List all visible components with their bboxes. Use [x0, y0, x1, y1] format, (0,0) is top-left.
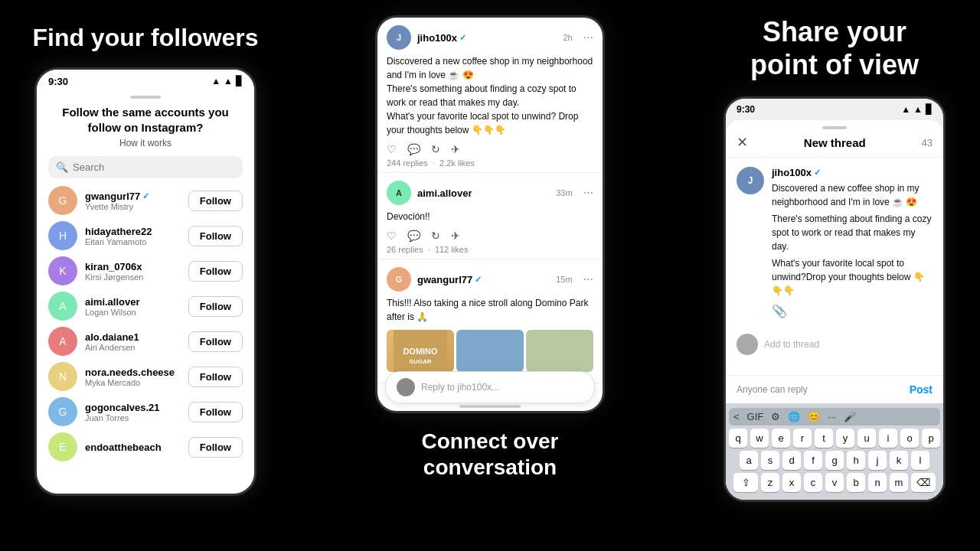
user-handle-2: kiran_0706x — [85, 261, 181, 272]
drag-indicator — [130, 96, 161, 99]
key-d[interactable]: d — [782, 451, 801, 470]
wifi-icon: ▲ — [211, 76, 220, 86]
user-list-item: A alo.daiane1 Airi Andersen Follow — [48, 327, 243, 356]
key-z[interactable]: z — [761, 473, 779, 492]
sheet-avatar: J — [737, 167, 764, 194]
anyone-can-reply: Anyone can reply — [737, 384, 808, 395]
user-info-7: endoatthebeach — [85, 442, 181, 453]
battery-icon: ▊ — [236, 76, 243, 86]
kb-mic-icon[interactable]: 🎤 — [844, 411, 856, 422]
user-avatar-6: G — [48, 397, 77, 426]
add-to-thread-text[interactable]: Add to thread — [764, 339, 819, 350]
post-image-1: DOMINO SUGAR — [387, 330, 454, 372]
repost-icon-2[interactable]: ↻ — [431, 230, 440, 242]
right-panel: Share your point of view 9:30 ▲ ▲ ▊ ✕ Ne… — [689, 0, 980, 551]
user-list-item: N nora.needs.cheese Myka Mercado Follow — [48, 362, 243, 391]
domino-img: DOMINO SUGAR — [387, 330, 454, 372]
like-icon-2[interactable]: ♡ — [387, 230, 397, 242]
close-icon[interactable]: ✕ — [737, 134, 748, 151]
key-m[interactable]: m — [890, 473, 908, 492]
key-w[interactable]: w — [750, 429, 769, 448]
key-j[interactable]: j — [868, 451, 887, 470]
post-button[interactable]: Post — [910, 383, 933, 396]
follow-button-4[interactable]: Follow — [188, 331, 243, 352]
comment-icon[interactable]: 💬 — [407, 143, 420, 155]
key-a[interactable]: a — [740, 451, 758, 470]
kb-gif[interactable]: GIF — [747, 411, 764, 422]
key-o[interactable]: o — [900, 429, 919, 448]
key-h[interactable]: h — [847, 451, 865, 470]
key-k[interactable]: k — [890, 451, 908, 470]
follow-button-6[interactable]: Follow — [188, 402, 243, 422]
verified-badge: ✓ — [142, 191, 149, 201]
key-p[interactable]: p — [922, 429, 940, 448]
user-handle-0: gwangurl77 ✓ — [85, 191, 181, 202]
share-icon[interactable]: ✈ — [451, 143, 460, 155]
key-f[interactable]: f — [804, 451, 822, 470]
kb-translate-icon[interactable]: 🌐 — [788, 411, 800, 422]
follow-button-3[interactable]: Follow — [188, 296, 243, 317]
post-2-user-info: aimi.allover — [417, 187, 550, 199]
like-icon[interactable]: ♡ — [387, 143, 397, 155]
key-g[interactable]: g — [825, 451, 844, 470]
key-n[interactable]: n — [868, 473, 887, 492]
kb-more-icon[interactable]: ··· — [828, 411, 836, 422]
follow-button-2[interactable]: Follow — [188, 261, 243, 282]
attach-icon[interactable]: 📎 — [772, 304, 933, 318]
key-s[interactable]: s — [761, 451, 779, 470]
post-1-avatar: J — [387, 25, 411, 50]
left-status-bar: 9:30 ▲ ▲ ▊ — [37, 70, 254, 93]
post-3-time: 15m — [556, 275, 572, 284]
post-1-username: jiho100x ✓ — [417, 32, 557, 44]
post-1-stats: 244 replies · 2.2k likes — [387, 158, 593, 168]
post-3-images: DOMINO SUGAR — [387, 330, 593, 372]
key-u[interactable]: u — [858, 429, 876, 448]
post-2-text: Devoción!! — [387, 210, 593, 223]
kb-back-icon[interactable]: < — [733, 411, 740, 422]
user-avatar-1: H — [48, 221, 77, 250]
follow-button-0[interactable]: Follow — [188, 191, 243, 211]
key-e[interactable]: e — [772, 429, 790, 448]
key-l[interactable]: l — [911, 451, 929, 470]
key-c[interactable]: c — [804, 473, 822, 492]
kb-settings-icon[interactable]: ⚙ — [771, 411, 780, 422]
left-panel: Find your followers 9:30 ▲ ▲ ▊ Follow th… — [0, 0, 291, 551]
post-1-more[interactable]: ··· — [583, 31, 593, 44]
key-i[interactable]: i — [879, 429, 897, 448]
right-signal-icon: ▲ — [913, 104, 923, 115]
user-handle-7: endoatthebeach — [85, 442, 181, 453]
comment-icon-2[interactable]: 💬 — [407, 230, 420, 242]
user-realname-5: Myka Mercado — [85, 378, 181, 387]
user-realname-6: Juan Torres — [85, 413, 181, 422]
key-y[interactable]: y — [836, 429, 854, 448]
follow-button-5[interactable]: Follow — [188, 367, 243, 387]
middle-phone: J jiho100x ✓ 2h ··· Discovered a new cof… — [375, 15, 605, 413]
key-shift[interactable]: ⇧ — [733, 473, 758, 492]
search-input[interactable] — [73, 161, 235, 173]
post-2-more[interactable]: ··· — [583, 186, 593, 200]
key-t[interactable]: t — [815, 429, 833, 448]
post-1-actions: ♡ 💬 ↻ ✈ — [387, 143, 593, 155]
key-q[interactable]: q — [729, 429, 747, 448]
key-r[interactable]: r — [793, 429, 812, 448]
post-2-avatar: A — [387, 181, 411, 205]
key-delete[interactable]: ⌫ — [911, 473, 936, 492]
user-handle-4: alo.daiane1 — [85, 331, 181, 343]
add-to-thread-row: Add to thread — [737, 328, 933, 361]
repost-icon[interactable]: ↻ — [431, 143, 440, 155]
home-indicator — [459, 405, 521, 408]
key-v[interactable]: v — [825, 473, 844, 492]
kb-emoji-icon[interactable]: 😊 — [808, 411, 820, 422]
post-3-more[interactable]: ··· — [583, 272, 593, 286]
key-b[interactable]: b — [847, 473, 865, 492]
follow-button-1[interactable]: Follow — [188, 226, 243, 246]
key-x[interactable]: x — [782, 473, 801, 492]
share-icon-2[interactable]: ✈ — [451, 230, 460, 242]
middle-panel: J jiho100x ✓ 2h ··· Discovered a new cof… — [291, 0, 689, 551]
user-realname-1: Eitan Yamamoto — [85, 237, 181, 246]
reply-bar[interactable]: Reply to jiho100x... — [385, 371, 595, 403]
post-2-actions: ♡ 💬 ↻ ✈ — [387, 230, 593, 242]
follow-button-7[interactable]: Follow — [188, 437, 243, 458]
user-info-1: hidayathere22 Eitan Yamamoto — [85, 226, 181, 246]
user-info-0: gwangurl77 ✓ Yvette Mistry — [85, 191, 181, 211]
